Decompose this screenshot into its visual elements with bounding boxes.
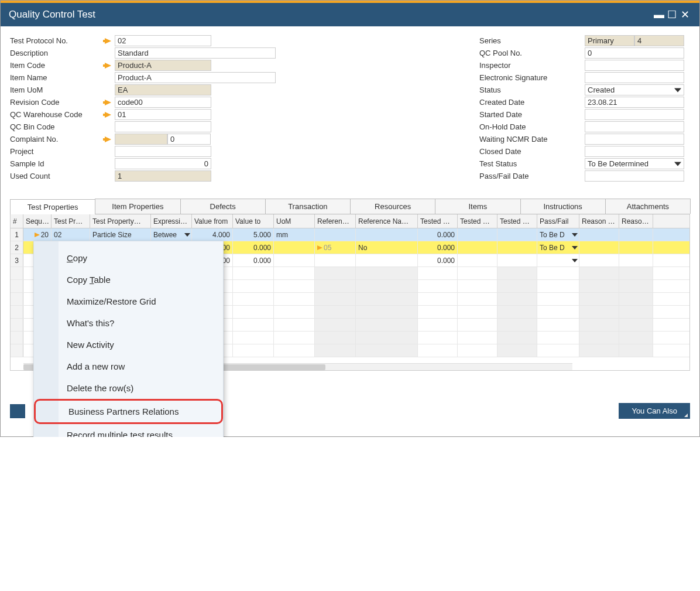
cell-tst2[interactable] — [458, 228, 497, 241]
cell-uom[interactable] — [274, 319, 315, 331]
cell-refn[interactable] — [356, 293, 418, 305]
cell-tst3[interactable] — [497, 228, 537, 241]
input-qc_wh_code[interactable]: 01 — [115, 109, 211, 120]
link-arrow-icon[interactable] — [317, 245, 322, 250]
tab-transaction[interactable]: Transaction — [265, 199, 351, 214]
cell-rc[interactable] — [579, 319, 619, 331]
cell-tst2[interactable] — [458, 241, 497, 254]
ctx-item-record-multiple-test-results[interactable]: Record multiple test results — [34, 424, 223, 437]
cell-tst1[interactable]: 0.000 — [418, 228, 458, 241]
cell-pf[interactable] — [537, 319, 579, 331]
maximize-icon[interactable]: ☐ — [665, 9, 678, 20]
table-row[interactable]: 12002Particle SizeBetwee4.0005.000mm0.00… — [11, 228, 689, 241]
cell-uom[interactable] — [274, 344, 315, 357]
cell-refn[interactable]: No — [356, 241, 418, 254]
cell-rownum[interactable]: 1 — [11, 228, 23, 241]
cell-rn[interactable] — [619, 241, 653, 254]
input-qc_pool_no[interactable]: 0 — [585, 47, 684, 59]
cell-rownum[interactable] — [11, 280, 23, 292]
cell-rownum[interactable] — [11, 319, 23, 331]
cell-tst1[interactable]: 0.000 — [418, 254, 458, 267]
cell-tpname[interactable]: Particle Size — [90, 228, 151, 241]
cell-seq[interactable]: 20 — [23, 228, 52, 241]
cell-refn[interactable] — [356, 228, 418, 241]
input-project[interactable] — [115, 146, 211, 157]
cell-pf[interactable] — [537, 306, 579, 318]
cell-refc[interactable] — [315, 332, 356, 344]
cell-rownum[interactable] — [11, 306, 23, 318]
cell-refc[interactable] — [315, 280, 356, 292]
col-header-refn[interactable]: Reference Na… — [356, 214, 418, 228]
tab-defects[interactable]: Defects — [180, 199, 266, 214]
cell-expr[interactable]: Betwee — [151, 228, 192, 241]
cell-tst2[interactable] — [458, 254, 497, 267]
col-header-seq[interactable]: Sequ… — [23, 214, 52, 228]
cell-refn[interactable] — [356, 280, 418, 292]
ctx-item-delete-the-row-s[interactable]: Delete the row(s) — [34, 377, 223, 399]
cell-refc[interactable] — [315, 293, 356, 305]
cell-refc[interactable] — [315, 228, 356, 241]
cell-rc[interactable] — [579, 241, 619, 254]
cell-uom[interactable] — [274, 267, 315, 279]
cell-rc[interactable] — [579, 306, 619, 318]
cell-rn[interactable] — [619, 254, 653, 267]
ctx-item-business-partners-relations[interactable]: Business Partners Relations — [34, 399, 223, 424]
cell-pf[interactable]: To Be D — [537, 241, 579, 254]
cell-tst1[interactable]: 0.000 — [418, 241, 458, 254]
cell-uom[interactable] — [274, 306, 315, 318]
col-header-rc[interactable]: Reason … — [579, 214, 619, 228]
cell-vto[interactable] — [233, 344, 274, 357]
cell-rn[interactable] — [619, 344, 653, 357]
cell-pf[interactable] — [537, 254, 579, 267]
col-header-uom[interactable]: UoM — [274, 214, 315, 228]
link-arrow-icon[interactable] — [105, 100, 111, 105]
cell-vto[interactable] — [233, 293, 274, 305]
col-header-rn[interactable]: Reaso… — [619, 214, 653, 228]
col-header-tpname[interactable]: Test Property… — [90, 214, 151, 228]
cell-refc[interactable] — [315, 254, 356, 267]
col-header-expr[interactable]: Expressi… — [151, 214, 192, 228]
cell-rownum[interactable] — [11, 267, 23, 279]
cell-rn[interactable] — [619, 293, 653, 305]
cell-pf[interactable] — [537, 267, 579, 279]
cell-tst2[interactable] — [458, 319, 497, 331]
input-description[interactable]: Standard — [115, 47, 276, 59]
tab-items[interactable]: Items — [435, 199, 520, 214]
cell-tst2[interactable] — [458, 306, 497, 318]
cell-tst1[interactable] — [418, 332, 458, 344]
cell-tst3[interactable] — [497, 306, 537, 318]
cell-rc[interactable] — [579, 254, 619, 267]
cell-uom[interactable]: mm — [274, 228, 315, 241]
input-onhold_date[interactable] — [585, 121, 684, 132]
col-header-tst1[interactable]: Tested … — [418, 214, 458, 228]
cell-pf[interactable]: To Be D — [537, 228, 579, 241]
cell-tst3[interactable] — [497, 319, 537, 331]
cell-tst1[interactable] — [418, 344, 458, 357]
input-item_uom[interactable]: EA — [115, 84, 211, 95]
input-esig[interactable] — [585, 72, 684, 83]
ctx-item-new-activity[interactable]: New Activity — [34, 334, 223, 356]
cell-tst3[interactable] — [497, 241, 537, 254]
cell-vto[interactable] — [233, 319, 274, 331]
minimize-icon[interactable]: ▬ — [653, 9, 665, 20]
cell-tst2[interactable] — [458, 267, 497, 279]
cell-rn[interactable] — [619, 280, 653, 292]
col-header-tst3[interactable]: Tested … — [497, 214, 537, 228]
cell-rc[interactable] — [579, 280, 619, 292]
link-arrow-icon[interactable] — [105, 63, 111, 69]
cell-rc[interactable] — [579, 228, 619, 241]
col-header-tst2[interactable]: Tested … — [458, 214, 497, 228]
input-test_status[interactable]: To Be Determined — [585, 158, 684, 169]
cell-rn[interactable] — [619, 306, 653, 318]
cell-rownum[interactable]: 3 — [11, 254, 23, 267]
cell-refn[interactable] — [356, 319, 418, 331]
tab-instructions[interactable]: Instructions — [520, 199, 606, 214]
cell-tst1[interactable] — [418, 319, 458, 331]
link-arrow-icon[interactable] — [35, 233, 40, 237]
footer-accent-button[interactable] — [10, 404, 25, 418]
cell-uom[interactable] — [274, 254, 315, 267]
cell-vto[interactable] — [233, 332, 274, 344]
col-header-pf[interactable]: Pass/Fail — [537, 214, 579, 228]
input-closed_date[interactable] — [585, 146, 684, 157]
cell-rc[interactable] — [579, 267, 619, 279]
